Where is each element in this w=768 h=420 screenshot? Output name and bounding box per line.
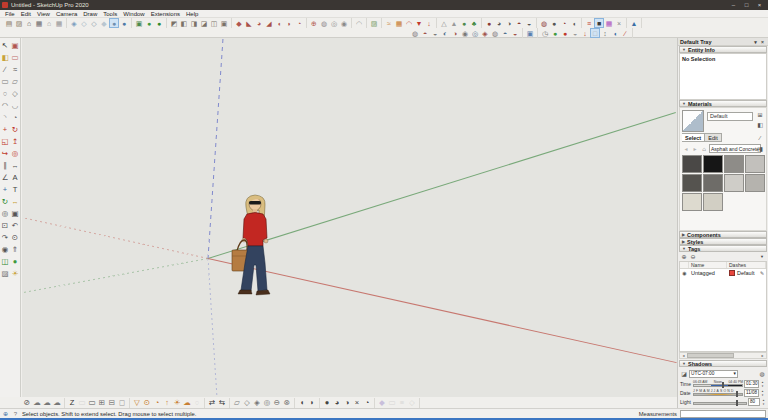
remove-location-icon[interactable]: ● xyxy=(560,28,570,38)
swatch-concrete-gray[interactable] xyxy=(724,155,744,173)
import-terrain-icon[interactable]: ↓ xyxy=(580,28,590,38)
print-icon[interactable]: ▦ xyxy=(34,18,44,28)
create-camera-icon[interactable]: ◍ xyxy=(410,28,420,38)
back-icon[interactable]: ◂ xyxy=(682,145,690,153)
open-icon[interactable]: ▨ xyxy=(14,18,24,28)
measurements-input[interactable] xyxy=(680,410,766,418)
light-slider[interactable] xyxy=(693,398,747,406)
light-slider-thumb[interactable] xyxy=(736,400,738,406)
previous-icon[interactable]: ↶ xyxy=(10,220,20,232)
walk-icon[interactable]: ⇑ xyxy=(10,244,20,256)
material-name-field[interactable]: Default xyxy=(707,112,753,121)
zoom-window-icon[interactable]: ▣ xyxy=(10,208,20,220)
lock-camera-icon[interactable]: ◒ xyxy=(430,28,440,38)
print-preview-icon[interactable]: ▦ xyxy=(54,18,64,28)
remove-tag-icon[interactable]: ⊖ xyxy=(689,253,697,261)
from-scratch-icon[interactable]: ▦ xyxy=(394,18,404,28)
time-slider[interactable]: 06:43 AM Noon 04:40 PM xyxy=(693,380,743,388)
tab-select[interactable]: Select xyxy=(682,133,705,142)
menu-item[interactable]: Camera xyxy=(53,10,80,18)
tag-color-swatch[interactable] xyxy=(729,270,735,276)
scale-figure[interactable] xyxy=(227,193,289,305)
camera-dolly-icon[interactable]: ◐ xyxy=(440,28,450,38)
components-sphere-icon[interactable]: ● xyxy=(144,18,154,28)
swatch-concrete-aggregate[interactable] xyxy=(745,174,765,192)
shaded-icon[interactable]: ● xyxy=(109,18,119,28)
dark-sphere-icon[interactable]: ● xyxy=(322,398,332,408)
two-point-arc-icon[interactable]: ◡ xyxy=(10,100,20,112)
styles-header[interactable]: ▶ Styles xyxy=(679,238,767,245)
axes-icon[interactable]: + xyxy=(0,184,10,196)
extension-store-icon[interactable]: ◖ xyxy=(569,18,579,28)
tape-measure-icon[interactable]: ∥ xyxy=(0,160,10,172)
create-material-icon[interactable]: ⊞ xyxy=(756,110,764,118)
text-icon[interactable]: A xyxy=(10,172,20,184)
layout-icon[interactable]: ▲ xyxy=(629,18,639,28)
front-view-icon[interactable]: ◨ xyxy=(189,18,199,28)
dimensions-icon[interactable]: ↔ xyxy=(10,160,20,172)
menu-item[interactable]: Draw xyxy=(80,10,100,18)
sun-icon[interactable]: ☀ xyxy=(172,398,182,408)
half-left-icon[interactable]: ◖ xyxy=(297,398,307,408)
dark-quarter-icon[interactable]: ◔ xyxy=(362,398,372,408)
foliage-icon[interactable]: ♣ xyxy=(469,18,479,28)
modeling-viewport[interactable] xyxy=(22,38,677,397)
person-target-icon[interactable]: ⊙ xyxy=(142,398,152,408)
union-icon[interactable]: ◕ xyxy=(254,18,264,28)
rectangle-icon[interactable]: ▭ xyxy=(0,76,10,88)
orbit-icon[interactable]: ↻ xyxy=(0,196,10,208)
interact-icon[interactable]: ● xyxy=(484,18,494,28)
ring-icon[interactable]: ◎ xyxy=(262,398,272,408)
section-fill-icon[interactable]: ◉ xyxy=(339,18,349,28)
minimize-button[interactable]: – xyxy=(727,0,740,10)
column-name[interactable]: Name xyxy=(689,262,727,268)
swatch-concrete-stamped[interactable] xyxy=(703,193,723,211)
swatch-concrete-pavers[interactable] xyxy=(724,174,744,192)
component-options-icon[interactable]: ◕ xyxy=(494,18,504,28)
fog-icon[interactable]: ◓ xyxy=(514,18,524,28)
scale-icon[interactable]: ◱ xyxy=(0,136,10,148)
z-tool-icon[interactable]: Z xyxy=(67,398,77,408)
bulb-icon[interactable]: ◍ xyxy=(758,370,766,378)
swatch-concrete-medium[interactable] xyxy=(703,174,723,192)
menu-item[interactable]: Extensions xyxy=(148,10,183,18)
zoom-icon[interactable]: ◎ xyxy=(0,208,10,220)
match-photo-icon[interactable]: ▨ xyxy=(0,268,10,280)
back-edges-icon[interactable]: ◇ xyxy=(79,18,89,28)
flip-edge-icon[interactable]: ▲ xyxy=(449,18,459,28)
circle-dim-icon[interactable]: ○ xyxy=(192,398,202,408)
freehand-icon[interactable]: ≈ xyxy=(10,64,20,76)
menu-item[interactable]: File xyxy=(2,10,18,18)
collections-icon[interactable]: ◨ xyxy=(756,144,764,152)
polygon-icon[interactable]: ◇ xyxy=(10,88,20,100)
outer-shell-icon[interactable]: ◆ xyxy=(234,18,244,28)
line-icon[interactable]: ∕ xyxy=(0,64,10,76)
look-through-camera-icon[interactable]: ◓ xyxy=(420,28,430,38)
timezone-dropdown[interactable]: UTC-07:00 ▾ xyxy=(689,370,738,378)
funnel-icon[interactable]: ▽ xyxy=(132,398,142,408)
tags-header[interactable]: ▼ Tags xyxy=(679,245,767,252)
drape-icon[interactable]: ↓ xyxy=(424,18,434,28)
swatch-concrete-smooth[interactable] xyxy=(682,193,702,211)
shadow-toggle-icon[interactable]: ◪ xyxy=(680,370,688,378)
up-arrow-icon[interactable]: ↑ xyxy=(162,398,172,408)
visible-eye-icon[interactable]: ◉ xyxy=(680,270,689,276)
camera-orbit-icon[interactable]: ◉ xyxy=(460,28,470,38)
add-location-icon[interactable]: ● xyxy=(550,28,560,38)
add-tag-icon[interactable]: ⊕ xyxy=(680,253,688,261)
elevation-icon[interactable]: ↕ xyxy=(600,28,610,38)
time-slider-thumb[interactable] xyxy=(722,382,724,388)
move-icon[interactable]: + xyxy=(0,124,10,136)
iso-view-icon[interactable]: ◩ xyxy=(169,18,179,28)
dark-half-icon[interactable]: ◑ xyxy=(342,398,352,408)
save-scene-icon[interactable]: ▣ xyxy=(525,28,535,38)
wireframe-icon[interactable]: ◇ xyxy=(89,18,99,28)
menu-item[interactable]: Tools xyxy=(100,10,120,18)
scroll-left-icon[interactable]: ◂ xyxy=(680,353,687,358)
scrollbar-thumb[interactable] xyxy=(687,353,734,358)
camera-pan-icon[interactable]: ◑ xyxy=(450,28,460,38)
camera-frustum-icon[interactable]: ◒ xyxy=(510,28,520,38)
section-plane-icon[interactable]: ⊕ xyxy=(309,18,319,28)
screen-icon[interactable]: ■ xyxy=(594,18,604,28)
sample-paint-icon[interactable]: ∕ xyxy=(756,134,764,142)
